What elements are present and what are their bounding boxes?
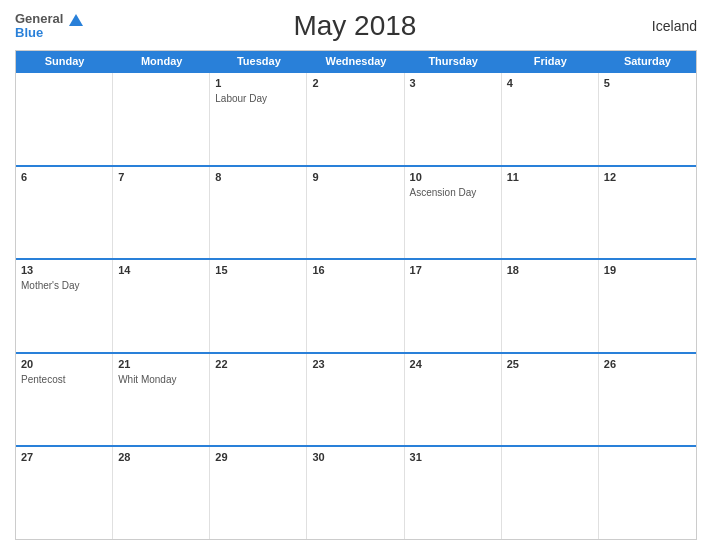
logo-triangle-icon	[69, 14, 83, 26]
cell-date-number: 30	[312, 451, 398, 463]
cell-date-number: 11	[507, 171, 593, 183]
cell-event-label: Whit Monday	[118, 374, 176, 385]
header-day-thursday: Thursday	[405, 51, 502, 71]
calendar-cell: 3	[405, 73, 502, 165]
calendar: SundayMondayTuesdayWednesdayThursdayFrid…	[15, 50, 697, 540]
cell-date-number: 8	[215, 171, 301, 183]
header-day-wednesday: Wednesday	[307, 51, 404, 71]
calendar-body: 1Labour Day2345678910Ascension Day111213…	[16, 71, 696, 539]
logo: General Blue	[15, 12, 83, 41]
calendar-cell: 18	[502, 260, 599, 352]
cell-event-label: Ascension Day	[410, 187, 477, 198]
calendar-cell: 4	[502, 73, 599, 165]
calendar-cell: 13Mother's Day	[16, 260, 113, 352]
calendar-week-4: 20Pentecost21Whit Monday2223242526	[16, 352, 696, 446]
cell-date-number: 12	[604, 171, 691, 183]
cell-date-number: 31	[410, 451, 496, 463]
calendar-week-5: 2728293031	[16, 445, 696, 539]
calendar-header: SundayMondayTuesdayWednesdayThursdayFrid…	[16, 51, 696, 71]
calendar-cell: 23	[307, 354, 404, 446]
cell-date-number: 5	[604, 77, 691, 89]
cell-date-number: 2	[312, 77, 398, 89]
calendar-cell	[502, 447, 599, 539]
cell-date-number: 14	[118, 264, 204, 276]
calendar-cell: 9	[307, 167, 404, 259]
calendar-cell: 31	[405, 447, 502, 539]
calendar-cell: 10Ascension Day	[405, 167, 502, 259]
calendar-week-3: 13Mother's Day141516171819	[16, 258, 696, 352]
calendar-cell: 11	[502, 167, 599, 259]
cell-date-number: 17	[410, 264, 496, 276]
calendar-cell: 27	[16, 447, 113, 539]
cell-date-number: 23	[312, 358, 398, 370]
cell-date-number: 22	[215, 358, 301, 370]
logo-line1: General	[15, 12, 83, 26]
calendar-week-2: 678910Ascension Day1112	[16, 165, 696, 259]
calendar-cell: 29	[210, 447, 307, 539]
calendar-cell: 7	[113, 167, 210, 259]
cell-date-number: 9	[312, 171, 398, 183]
cell-event-label: Pentecost	[21, 374, 65, 385]
cell-date-number: 7	[118, 171, 204, 183]
cell-date-number: 10	[410, 171, 496, 183]
calendar-cell: 16	[307, 260, 404, 352]
calendar-cell	[599, 447, 696, 539]
calendar-cell: 25	[502, 354, 599, 446]
calendar-cell: 6	[16, 167, 113, 259]
calendar-cell: 17	[405, 260, 502, 352]
cell-date-number: 6	[21, 171, 107, 183]
cell-date-number: 24	[410, 358, 496, 370]
calendar-cell: 19	[599, 260, 696, 352]
calendar-cell: 21Whit Monday	[113, 354, 210, 446]
header-day-tuesday: Tuesday	[210, 51, 307, 71]
cell-date-number: 4	[507, 77, 593, 89]
calendar-cell: 30	[307, 447, 404, 539]
header-day-saturday: Saturday	[599, 51, 696, 71]
cell-date-number: 29	[215, 451, 301, 463]
header-day-friday: Friday	[502, 51, 599, 71]
calendar-cell: 15	[210, 260, 307, 352]
cell-date-number: 3	[410, 77, 496, 89]
calendar-cell: 20Pentecost	[16, 354, 113, 446]
calendar-cell	[16, 73, 113, 165]
calendar-week-1: 1Labour Day2345	[16, 71, 696, 165]
cell-date-number: 18	[507, 264, 593, 276]
cell-date-number: 15	[215, 264, 301, 276]
calendar-cell: 26	[599, 354, 696, 446]
cell-event-label: Mother's Day	[21, 280, 80, 291]
logo-blue-text: Blue	[15, 25, 43, 40]
cell-date-number: 16	[312, 264, 398, 276]
cell-date-number: 26	[604, 358, 691, 370]
calendar-cell: 2	[307, 73, 404, 165]
calendar-cell: 5	[599, 73, 696, 165]
calendar-cell: 24	[405, 354, 502, 446]
cell-date-number: 25	[507, 358, 593, 370]
header-day-sunday: Sunday	[16, 51, 113, 71]
cell-date-number: 21	[118, 358, 204, 370]
calendar-cell	[113, 73, 210, 165]
cell-date-number: 19	[604, 264, 691, 276]
cell-date-number: 1	[215, 77, 301, 89]
page: General Blue May 2018 Iceland SundayMond…	[0, 0, 712, 550]
cell-date-number: 27	[21, 451, 107, 463]
cell-date-number: 20	[21, 358, 107, 370]
cell-event-label: Labour Day	[215, 93, 267, 104]
calendar-cell: 1Labour Day	[210, 73, 307, 165]
country-label: Iceland	[627, 18, 697, 34]
calendar-cell: 14	[113, 260, 210, 352]
month-title: May 2018	[83, 10, 627, 42]
logo-general-text: General	[15, 11, 63, 26]
calendar-cell: 22	[210, 354, 307, 446]
header: General Blue May 2018 Iceland	[15, 10, 697, 42]
cell-date-number: 28	[118, 451, 204, 463]
calendar-cell: 28	[113, 447, 210, 539]
calendar-cell: 8	[210, 167, 307, 259]
calendar-cell: 12	[599, 167, 696, 259]
header-day-monday: Monday	[113, 51, 210, 71]
logo-line2: Blue	[15, 26, 83, 40]
cell-date-number: 13	[21, 264, 107, 276]
